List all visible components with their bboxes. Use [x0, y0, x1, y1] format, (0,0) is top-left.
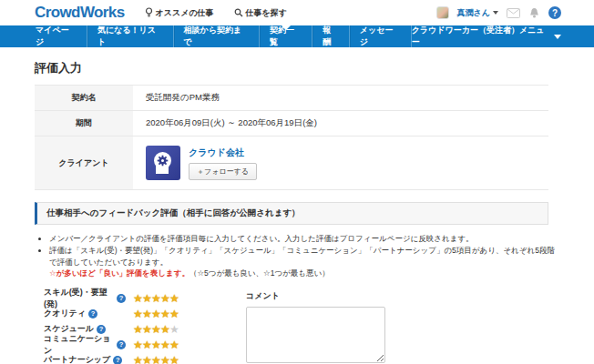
- star-icon[interactable]: ★: [169, 339, 179, 350]
- star-icon[interactable]: ★: [151, 355, 160, 364]
- client-logo-icon[interactable]: [146, 146, 180, 180]
- star-rating-skill[interactable]: ★★★★★: [133, 293, 179, 304]
- comment-column: コメント: [246, 290, 385, 364]
- chevron-down-icon: [554, 35, 561, 39]
- client-name-link[interactable]: クラウド会社: [189, 147, 244, 159]
- chevron-down-icon: [493, 11, 498, 15]
- contract-name-value: 受託開発のPM業務: [133, 86, 548, 111]
- evaluation-input-page: CrowdWorks オススメの仕事 仕事を探す 真潤さん: [0, 0, 594, 364]
- star-icon[interactable]: ★: [160, 339, 169, 350]
- page-title: 評価入力: [35, 60, 548, 76]
- star-icon[interactable]: ★: [133, 293, 142, 304]
- help-icon[interactable]: [113, 356, 122, 364]
- star-icon[interactable]: ★: [151, 339, 160, 350]
- rating-column: スキル(受)・要望(発) ★★★★★ クオリティ ★★★★★ スケジュール ★★…: [44, 290, 220, 364]
- rating-row-quality: クオリティ ★★★★★: [44, 306, 220, 321]
- star-icon[interactable]: ★: [133, 308, 142, 319]
- table-row: クライアント: [35, 136, 548, 190]
- help-icon[interactable]: [88, 309, 97, 318]
- feedback-notes: メンバー／クライアントの評価を評価項目毎に入力してください。入力した評価はプロフ…: [49, 233, 559, 278]
- header-user-area: 真潤さん: [436, 6, 561, 19]
- top-header: CrowdWorks オススメの仕事 仕事を探す 真潤さん: [0, 0, 594, 25]
- rating-row-partnership: パートナーシップ ★★★★★: [44, 352, 220, 364]
- search-icon: [234, 8, 243, 17]
- client-cell: クラウド会社 ＋フォローする: [146, 142, 548, 184]
- star-icon[interactable]: ★: [169, 293, 179, 304]
- help-icon[interactable]: [117, 294, 126, 303]
- user-avatar[interactable]: [436, 6, 449, 19]
- help-icon[interactable]: [548, 6, 561, 19]
- table-row: 契約名 受託開発のPM業務: [35, 86, 548, 111]
- comment-textarea[interactable]: [246, 307, 385, 363]
- star-icon[interactable]: ★: [160, 308, 169, 319]
- contract-info-table: 契約名 受託開発のPM業務 期間 2020年06月09日(火) ～ 2020年0…: [35, 85, 548, 190]
- star-icon[interactable]: ★: [169, 355, 179, 364]
- star-icon[interactable]: ★: [142, 324, 151, 335]
- mail-icon[interactable]: [507, 8, 520, 18]
- star-icon[interactable]: ★: [160, 293, 169, 304]
- star-icon[interactable]: ★: [133, 339, 142, 350]
- client-label: クライアント: [35, 136, 133, 190]
- help-icon[interactable]: [117, 340, 126, 349]
- lightbulb-icon: [145, 7, 153, 18]
- table-row: 期間 2020年06月09日(火) ～ 2020年06月19日(金): [35, 111, 548, 136]
- note-item: 評価は「スキル(受)・要望(発)」「クオリティ」「スケジュール」「コミュニケーシ…: [49, 245, 559, 278]
- nav-watch-list[interactable]: 気になる！リスト: [87, 25, 174, 47]
- star-rating-quality[interactable]: ★★★★★: [133, 308, 179, 319]
- star-icon[interactable]: ★: [151, 308, 160, 319]
- rating-row-communication: コミュニケーション ★★★★★: [44, 337, 220, 352]
- period-value: 2020年06月09日(火) ～ 2020年06月19日(金): [133, 111, 548, 136]
- contract-name-label: 契約名: [35, 86, 133, 111]
- star-icon[interactable]: ★: [169, 324, 179, 335]
- crowdworks-logo[interactable]: CrowdWorks: [35, 4, 125, 22]
- star-rating-partnership[interactable]: ★★★★★: [133, 355, 179, 364]
- star-icon[interactable]: ★: [142, 355, 151, 364]
- bell-icon[interactable]: [528, 7, 540, 19]
- nav-consult-to-contract[interactable]: 相談から契約まで: [174, 25, 260, 47]
- star-icon[interactable]: ★: [133, 324, 142, 335]
- find-jobs-link[interactable]: 仕事を探す: [234, 7, 287, 19]
- star-icon[interactable]: ★: [151, 324, 160, 335]
- nav-messages[interactable]: メッセージ: [350, 25, 412, 47]
- star-icon[interactable]: ★: [142, 308, 151, 319]
- feedback-section-header: 仕事相手へのフィードバック評価（相手に回答が公開されます）: [35, 202, 548, 225]
- star-rating-schedule[interactable]: ★★★★★: [133, 324, 179, 335]
- star-icon[interactable]: ★: [160, 355, 169, 364]
- star-icon[interactable]: ★: [151, 293, 160, 304]
- star-rating-communication[interactable]: ★★★★★: [133, 339, 179, 350]
- rating-row-skill: スキル(受)・要望(発) ★★★★★: [44, 290, 220, 306]
- nav-mypage[interactable]: マイページ: [26, 25, 87, 47]
- note-red-text: ☆が多いほど「良い」評価を表します。: [49, 268, 189, 278]
- recommended-jobs-link[interactable]: オススメの仕事: [145, 7, 214, 19]
- star-icon[interactable]: ★: [142, 293, 151, 304]
- user-menu[interactable]: 真潤さん: [457, 7, 498, 19]
- main-content: 評価入力 契約名 受託開発のPM業務 期間 2020年06月09日(火) ～ 2…: [0, 47, 594, 364]
- star-icon[interactable]: ★: [160, 324, 169, 335]
- star-icon[interactable]: ★: [169, 308, 179, 319]
- star-icon[interactable]: ★: [133, 355, 142, 364]
- main-navbar: マイページ 気になる！リスト 相談から契約まで 契約一覧 報酬 メッセージ クラ…: [0, 25, 594, 47]
- period-label: 期間: [35, 111, 133, 136]
- worker-menu-toggle[interactable]: クラウドワーカー（受注者）メニュー: [412, 25, 561, 47]
- nav-rewards[interactable]: 報酬: [312, 25, 350, 47]
- note-item: メンバー／クライアントの評価を評価項目毎に入力してください。入力した評価はプロフ…: [49, 233, 559, 244]
- comment-label: コメント: [246, 290, 385, 302]
- follow-button[interactable]: ＋フォローする: [189, 163, 257, 180]
- star-icon[interactable]: ★: [142, 339, 151, 350]
- rating-area: スキル(受)・要望(発) ★★★★★ クオリティ ★★★★★ スケジュール ★★…: [44, 290, 548, 364]
- nav-contract-list[interactable]: 契約一覧: [260, 25, 312, 47]
